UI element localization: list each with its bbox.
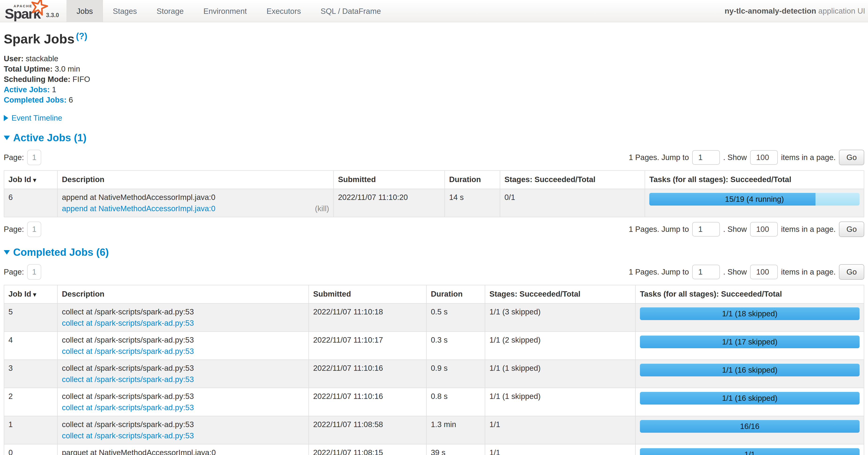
- job-stages-cell: 1/1: [485, 416, 636, 444]
- tab-executors[interactable]: Executors: [257, 0, 311, 22]
- job-description-cell: collect at /spark-scripts/spark-ad.py:53…: [57, 360, 309, 388]
- go-button[interactable]: Go: [839, 222, 864, 237]
- job-tasks-cell: 16/16: [636, 416, 864, 444]
- summary-scheduling-mode: Scheduling Mode: FIFO: [4, 74, 864, 84]
- tab-storage[interactable]: Storage: [147, 0, 194, 22]
- job-row: 4 collect at /spark-scripts/spark-ad.py:…: [4, 332, 864, 360]
- completed-jobs-link[interactable]: Completed Jobs:: [4, 95, 67, 104]
- task-progress-label: 16/16: [640, 420, 860, 433]
- active-jobs-section-header[interactable]: Active Jobs (1): [4, 132, 864, 144]
- job-id-cell: 2: [4, 388, 57, 416]
- job-description-cell: parquet at NativeMethodAccessorImpl.java…: [57, 444, 309, 455]
- help-link[interactable]: (?): [76, 31, 87, 41]
- col-job-id[interactable]: Job Id▾: [4, 171, 57, 189]
- job-description-text: collect at /spark-scripts/spark-ad.py:53: [62, 307, 304, 317]
- job-detail-link[interactable]: append at NativeMethodAccessorImpl.java:…: [62, 204, 215, 214]
- job-description-cell: append at NativeMethodAccessorImpl.java:…: [57, 189, 334, 217]
- tab-sql-dataframe[interactable]: SQL / DataFrame: [311, 0, 391, 22]
- spark-logo[interactable]: APACHE Spark 3.3.0: [0, 0, 62, 22]
- job-row: 1 collect at /spark-scripts/spark-ad.py:…: [4, 416, 864, 444]
- col-submitted[interactable]: Submitted: [309, 285, 426, 304]
- application-id: ny-tlc-anomaly-detection application UI: [724, 6, 868, 16]
- col-stages[interactable]: Stages: Succeeded/Total: [485, 285, 636, 304]
- completed-jobs-section-header[interactable]: Completed Jobs (6): [4, 247, 864, 258]
- job-detail-link[interactable]: collect at /spark-scripts/spark-ad.py:53: [62, 431, 194, 441]
- job-tasks-cell: 1/1 (16 skipped): [636, 388, 864, 416]
- items-per-page-input[interactable]: [750, 222, 778, 236]
- job-tasks-cell: 1/1 (18 skipped): [636, 304, 864, 332]
- items-per-page-input[interactable]: [750, 150, 778, 165]
- job-tasks-cell: 1/1: [636, 444, 864, 455]
- active-jobs-pagination-top: Page: 1 1 Pages. Jump to . Show items in…: [4, 150, 864, 165]
- task-progress-bar: 1/1 (16 skipped): [640, 392, 860, 404]
- task-progress-bar: 1/1 (17 skipped): [640, 336, 860, 348]
- jump-to-page-input[interactable]: [692, 150, 720, 165]
- job-duration-cell: 1.3 min: [426, 416, 485, 444]
- kill-job-link[interactable]: (kill): [315, 204, 329, 214]
- col-tasks[interactable]: Tasks (for all stages): Succeeded/Total: [636, 285, 864, 304]
- job-description-cell: collect at /spark-scripts/spark-ad.py:53…: [57, 388, 309, 416]
- col-tasks[interactable]: Tasks (for all stages): Succeeded/Total: [645, 171, 864, 189]
- tab-stages[interactable]: Stages: [103, 0, 147, 22]
- job-detail-link[interactable]: collect at /spark-scripts/spark-ad.py:53: [62, 318, 194, 328]
- job-detail-link[interactable]: collect at /spark-scripts/spark-ad.py:53: [62, 374, 194, 385]
- table-header-row: Job Id▾ Description Submitted Duration S…: [4, 171, 864, 189]
- job-submitted-cell: 2022/11/07 11:10:16: [309, 360, 426, 388]
- job-row: 2 collect at /spark-scripts/spark-ad.py:…: [4, 388, 864, 416]
- job-id-cell: 5: [4, 304, 57, 332]
- jump-to-page-input[interactable]: [692, 222, 720, 236]
- job-stages-cell: 1/1 (2 skipped): [485, 332, 636, 360]
- job-description-text: parquet at NativeMethodAccessorImpl.java…: [62, 448, 304, 455]
- job-tasks-cell: 1/1 (16 skipped): [636, 360, 864, 388]
- job-duration-cell: 39 s: [426, 444, 485, 455]
- tab-jobs[interactable]: Jobs: [67, 0, 103, 22]
- event-timeline-toggle[interactable]: Event Timeline: [4, 114, 864, 122]
- jump-to-page-input[interactable]: [692, 265, 720, 279]
- summary-user: User: stackable: [4, 54, 864, 64]
- job-duration-cell: 0.3 s: [426, 332, 485, 360]
- task-progress-label: 1/1: [640, 448, 860, 455]
- job-description-text: append at NativeMethodAccessorImpl.java:…: [62, 192, 329, 202]
- job-description-cell: collect at /spark-scripts/spark-ad.py:53…: [57, 416, 309, 444]
- job-submitted-cell: 2022/11/07 11:08:58: [309, 416, 426, 444]
- col-job-id[interactable]: Job Id▾: [4, 285, 57, 304]
- job-detail-link[interactable]: collect at /spark-scripts/spark-ad.py:53: [62, 403, 194, 413]
- go-button[interactable]: Go: [839, 150, 864, 165]
- job-row: 5 collect at /spark-scripts/spark-ad.py:…: [4, 304, 864, 332]
- col-stages[interactable]: Stages: Succeeded/Total: [500, 171, 645, 189]
- col-description[interactable]: Description: [57, 285, 309, 304]
- expanded-arrow-icon: [4, 250, 10, 255]
- job-submitted-cell: 2022/11/07 11:10:17: [309, 332, 426, 360]
- job-id-cell: 1: [4, 416, 57, 444]
- job-submitted-cell: 2022/11/07 11:10:18: [309, 304, 426, 332]
- page-indicator: Page: 1: [4, 222, 41, 237]
- col-description[interactable]: Description: [57, 171, 334, 189]
- items-per-page-input[interactable]: [750, 265, 778, 279]
- summary-completed-jobs: Completed Jobs: 6: [4, 95, 864, 105]
- page-indicator: Page: 1: [4, 150, 41, 165]
- col-duration[interactable]: Duration: [445, 171, 500, 189]
- application-name: ny-tlc-anomaly-detection: [724, 6, 816, 15]
- col-submitted[interactable]: Submitted: [334, 171, 445, 189]
- job-duration-cell: 14 s: [445, 189, 500, 217]
- job-detail-link[interactable]: collect at /spark-scripts/spark-ad.py:53: [62, 346, 194, 356]
- job-row: 6 append at NativeMethodAccessorImpl.jav…: [4, 189, 864, 217]
- go-button[interactable]: Go: [839, 264, 864, 280]
- task-progress-label: 1/1 (16 skipped): [640, 392, 860, 404]
- page-indicator: Page: 1: [4, 264, 41, 280]
- sort-desc-icon: ▾: [33, 176, 36, 183]
- spark-wordmark: APACHE Spark: [5, 1, 44, 21]
- page-title: Spark Jobs(?): [4, 31, 864, 47]
- task-progress-label: 1/1 (17 skipped): [640, 336, 860, 348]
- job-description-cell: collect at /spark-scripts/spark-ad.py:53…: [57, 304, 309, 332]
- tab-environment[interactable]: Environment: [194, 0, 257, 22]
- active-jobs-link[interactable]: Active Jobs:: [4, 85, 50, 94]
- job-row: 0 parquet at NativeMethodAccessorImpl.ja…: [4, 444, 864, 455]
- job-stages-cell: 1/1: [485, 444, 636, 455]
- job-duration-cell: 0.8 s: [426, 388, 485, 416]
- job-id-cell: 0: [4, 444, 57, 455]
- task-progress-label: 1/1 (16 skipped): [640, 364, 860, 376]
- col-duration[interactable]: Duration: [426, 285, 485, 304]
- collapsed-arrow-icon: [4, 115, 8, 121]
- job-stages-cell: 1/1 (3 skipped): [485, 304, 636, 332]
